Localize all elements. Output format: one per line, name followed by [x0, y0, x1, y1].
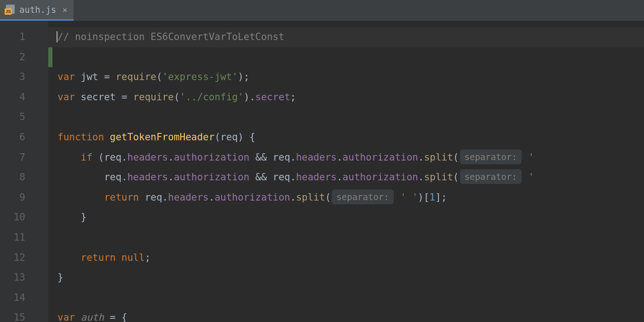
- code-line[interactable]: [48, 288, 644, 308]
- javascript-file-icon: JS: [5, 5, 15, 15]
- code-line[interactable]: function getTokenFromHeader(req) {: [48, 127, 644, 148]
- line-number: 5: [0, 107, 48, 127]
- line-number: 7: [0, 148, 48, 168]
- code-line[interactable]: var secret = require('../config').secret…: [48, 87, 644, 108]
- line-number: 1: [0, 27, 48, 47]
- line-number: 6: [0, 127, 48, 148]
- close-tab-icon[interactable]: ✕: [63, 5, 67, 14]
- code-editor[interactable]: 1 2 3 4 5 6 7 8 9 10 11 12 13 14 15 // n…: [0, 21, 644, 322]
- line-number: 2: [0, 47, 48, 68]
- line-number: 10: [0, 207, 48, 228]
- line-number: 12: [0, 248, 48, 268]
- line-number: 3: [0, 67, 48, 87]
- parameter-hint: separator:: [332, 190, 393, 204]
- parameter-hint: separator:: [460, 150, 522, 164]
- code-line[interactable]: [48, 228, 644, 248]
- tab-filename: auth.js: [19, 5, 56, 15]
- line-number: 13: [0, 268, 48, 288]
- code-line[interactable]: return req.headers.authorization.split(s…: [48, 188, 644, 208]
- parameter-hint: separator:: [460, 169, 522, 184]
- code-line[interactable]: var auth = {: [48, 308, 644, 322]
- code-area[interactable]: // noinspection ES6ConvertVarToLetConst …: [48, 21, 644, 322]
- code-line[interactable]: }: [48, 207, 644, 228]
- line-number: 14: [0, 288, 48, 308]
- line-number: 4: [0, 87, 48, 108]
- gutter: 1 2 3 4 5 6 7 8 9 10 11 12 13 14 15: [0, 21, 48, 322]
- code-line[interactable]: var jwt = require('express-jwt');: [48, 67, 644, 87]
- comment: // noinspection ES6ConvertVarToLetConst: [58, 31, 284, 42]
- tab-bar: JS auth.js ✕: [0, 0, 644, 21]
- code-line[interactable]: if (req.headers.authorization && req.hea…: [48, 148, 644, 168]
- code-line[interactable]: }: [48, 268, 644, 288]
- code-line[interactable]: return null;: [48, 248, 644, 268]
- code-line[interactable]: [48, 47, 644, 68]
- editor-tab-auth-js[interactable]: JS auth.js ✕: [0, 0, 74, 21]
- line-number: 8: [0, 167, 48, 188]
- line-number: 15: [0, 308, 48, 322]
- code-line[interactable]: // noinspection ES6ConvertVarToLetConst: [48, 27, 644, 47]
- code-line[interactable]: req.headers.authorization && req.headers…: [48, 167, 644, 188]
- line-number: 9: [0, 188, 48, 208]
- line-number: 11: [0, 228, 48, 248]
- code-line[interactable]: [48, 107, 644, 127]
